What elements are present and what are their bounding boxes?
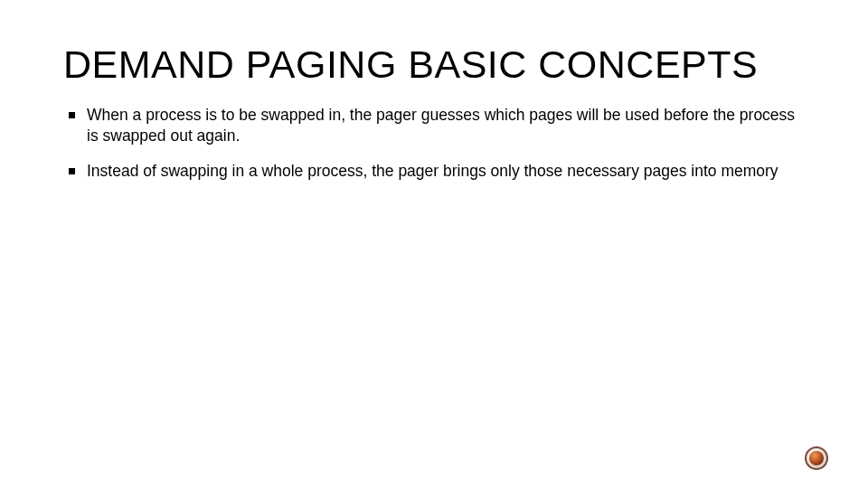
decorative-corner-icon — [805, 446, 828, 470]
list-item: When a process is to be swapped in, the … — [65, 105, 797, 146]
bullet-list: When a process is to be swapped in, the … — [63, 105, 805, 181]
slide: DEMAND PAGING BASIC CONCEPTS When a proc… — [0, 0, 868, 488]
slide-title: DEMAND PAGING BASIC CONCEPTS — [63, 43, 805, 85]
list-item: Instead of swapping in a whole process, … — [65, 161, 797, 182]
